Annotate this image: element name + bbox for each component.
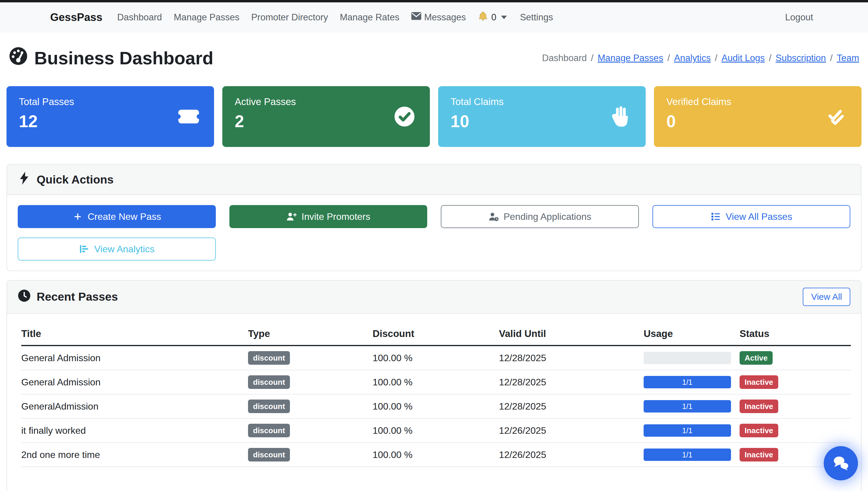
- envelope-icon: [411, 12, 421, 23]
- cell-usage: 1/1: [644, 400, 739, 412]
- button-label: Invite Promoters: [302, 211, 370, 222]
- stat-label: Total Claims: [451, 96, 633, 107]
- table-row: it finally worked discount 100.00 % 12/2…: [21, 419, 851, 443]
- table-header-row: TitleTypeDiscountValid UntilUsageStatus: [21, 322, 851, 346]
- pending-applications-button[interactable]: Pending Applications: [441, 205, 639, 228]
- invite-promoters-button[interactable]: Invite Promoters: [229, 205, 427, 228]
- navbar-item-manage-rates[interactable]: Manage Rates: [340, 12, 399, 23]
- status-badge: Inactive: [739, 400, 778, 413]
- cell-type: discount: [248, 448, 372, 462]
- cell-usage: 1/1: [644, 424, 739, 437]
- window-top-strip: [0, 0, 868, 2]
- view-analytics-button[interactable]: View Analytics: [18, 237, 216, 261]
- breadcrumb: Dashboard/Manage Passes/Analytics/Audit …: [542, 53, 859, 63]
- cell-usage: [644, 352, 739, 364]
- type-badge: discount: [248, 424, 290, 438]
- navbar-item-promoter-directory[interactable]: Promoter Directory: [251, 12, 328, 23]
- type-badge: discount: [248, 448, 290, 462]
- stat-card: Active Passes 2: [222, 86, 430, 147]
- type-badge: discount: [248, 375, 290, 389]
- table-column-header: Usage: [644, 328, 739, 339]
- breadcrumb-link[interactable]: Audit Logs: [722, 53, 765, 63]
- quick-actions-row-2: View Analytics: [18, 237, 850, 261]
- usage-progress-bar: 1/1: [644, 376, 731, 388]
- cell-valid-until: 12/28/2025: [499, 353, 644, 364]
- cell-valid-until: 12/28/2025: [499, 377, 644, 388]
- stat-value: 0: [666, 112, 849, 131]
- cell-type: discount: [248, 400, 372, 413]
- breadcrumb-link[interactable]: Manage Passes: [597, 53, 663, 63]
- status-badge: Inactive: [739, 375, 778, 389]
- navbar-item-settings[interactable]: Settings: [520, 12, 553, 23]
- cell-title: General Admission: [21, 353, 248, 364]
- breadcrumb-link[interactable]: Analytics: [674, 53, 711, 63]
- clock-icon: [18, 289, 31, 305]
- table-body: General Admission discount 100.00 % 12/2…: [21, 346, 851, 467]
- stat-cards-row: Total Passes 12 Active Passes 2 Total Cl…: [6, 86, 862, 147]
- cell-valid-until: 12/26/2025: [499, 450, 644, 460]
- breadcrumb-link[interactable]: Subscription: [776, 53, 826, 63]
- cell-type: discount: [248, 351, 372, 365]
- navbar-item-dashboard[interactable]: Dashboard: [117, 12, 162, 23]
- cell-usage: 1/1: [644, 449, 739, 461]
- dashboard-gauge-icon: [9, 47, 28, 69]
- list-icon: [710, 211, 721, 222]
- breadcrumb-separator: /: [715, 53, 718, 63]
- stat-value: 2: [235, 112, 417, 131]
- usage-progress-bar: 1/1: [644, 424, 731, 437]
- page-head: Business Dashboard Dashboard/Manage Pass…: [6, 47, 862, 69]
- quick-actions-header: Quick Actions: [7, 165, 861, 195]
- status-badge: Inactive: [739, 448, 778, 462]
- view-all-passes-button[interactable]: View All Passes: [652, 205, 850, 228]
- notifications-dropdown[interactable]: 0: [478, 11, 507, 24]
- table-column-header: Status: [739, 328, 851, 339]
- cell-status: Inactive: [739, 424, 851, 438]
- stat-label: Verified Claims: [666, 96, 849, 107]
- page-title: Business Dashboard: [9, 47, 214, 69]
- top-navbar: GessPass DashboardManage PassesPromoter …: [0, 2, 868, 32]
- usage-progress-bar: 1/1: [644, 400, 731, 412]
- chat-fab-button[interactable]: [824, 446, 858, 480]
- breadcrumb-link[interactable]: Team: [837, 53, 859, 63]
- logout-link[interactable]: Logout: [785, 12, 813, 23]
- brand-logo[interactable]: GessPass: [50, 11, 103, 24]
- view-all-button[interactable]: View All: [803, 288, 850, 306]
- recent-passes-table: TitleTypeDiscountValid UntilUsageStatus …: [21, 322, 851, 467]
- bell-icon: [478, 11, 488, 24]
- status-badge: Inactive: [739, 424, 778, 438]
- navbar-item-manage-passes[interactable]: Manage Passes: [174, 12, 240, 23]
- table-column-header: Type: [248, 328, 372, 339]
- check-circle-icon: [394, 106, 415, 127]
- cell-title: it finally worked: [21, 425, 248, 436]
- table-column-header: Title: [21, 328, 248, 339]
- quick-actions-title: Quick Actions: [37, 173, 114, 186]
- table-column-header: Discount: [372, 328, 499, 339]
- cell-title: GeneralAdmission: [21, 401, 248, 412]
- cell-discount: 100.00 %: [372, 450, 499, 460]
- comments-icon: [832, 455, 850, 472]
- cell-discount: 100.00 %: [372, 425, 499, 436]
- quick-actions-row-1: Create New Pass Invite Promoters Pending…: [18, 205, 850, 228]
- table-row: General Admission discount 100.00 % 12/2…: [21, 370, 851, 395]
- create-new-pass-button[interactable]: Create New Pass: [18, 205, 216, 228]
- cell-status: Inactive: [739, 400, 851, 413]
- stat-value: 12: [19, 112, 202, 131]
- cell-discount: 100.00 %: [372, 401, 499, 412]
- type-badge: discount: [248, 351, 290, 365]
- cell-type: discount: [248, 424, 372, 438]
- navbar-item-messages[interactable]: Messages: [411, 12, 466, 23]
- table-row: General Admission discount 100.00 % 12/2…: [21, 346, 851, 370]
- button-label: Create New Pass: [88, 211, 161, 222]
- recent-passes-header: Recent Passes View All: [7, 281, 861, 314]
- quick-actions-card: Quick Actions Create New Pass Invite Pro…: [6, 164, 862, 271]
- lightning-bolt-icon: [18, 172, 31, 187]
- double-check-icon: [825, 106, 847, 127]
- usage-progress-bar: 1/1: [644, 449, 731, 461]
- user-plus-icon: [286, 211, 297, 222]
- cell-status: Active: [739, 351, 851, 365]
- hand-icon: [610, 106, 631, 127]
- stat-label: Active Passes: [235, 96, 417, 107]
- table-column-header: Valid Until: [499, 328, 644, 339]
- chart-bar-icon: [79, 244, 89, 254]
- user-clock-icon: [488, 211, 499, 222]
